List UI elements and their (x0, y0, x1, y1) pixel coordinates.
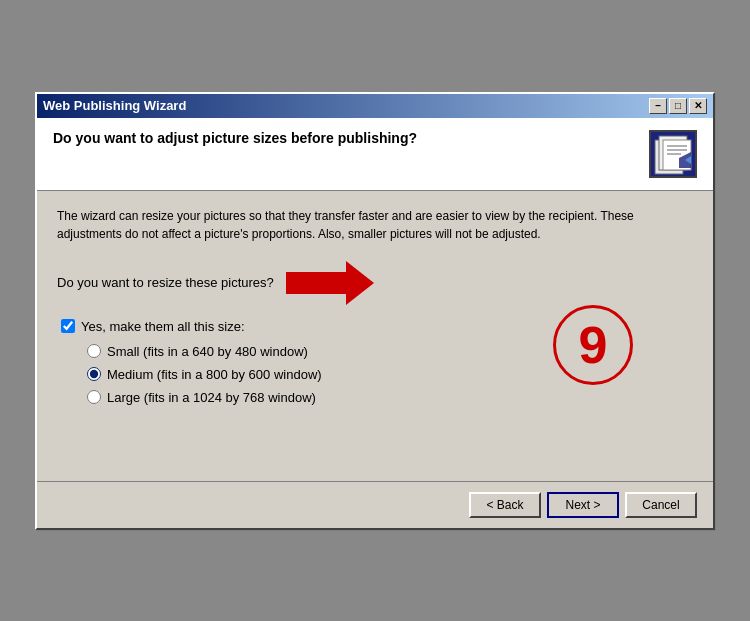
wizard-icon (651, 132, 695, 176)
body-wrapper: The wizard can resize your pictures so t… (37, 191, 713, 481)
cancel-button[interactable]: Cancel (625, 492, 697, 518)
title-bar-left: Web Publishing Wizard (43, 98, 186, 113)
wizard-window: Web Publishing Wizard – □ ✕ Do you want … (35, 92, 715, 530)
footer-section: < Back Next > Cancel (37, 481, 713, 528)
question-row: Do you want to resize these pictures? (57, 261, 693, 305)
size-large-label: Large (fits in a 1024 by 768 window) (107, 390, 316, 405)
body-section: The wizard can resize your pictures so t… (37, 191, 713, 481)
question-label: Do you want to resize these pictures? (57, 275, 274, 290)
step-number-circle: 9 (553, 305, 633, 385)
red-arrow (286, 261, 374, 305)
minimize-button[interactable]: – (649, 98, 667, 114)
resize-checkbox-label: Yes, make them all this size: (81, 319, 245, 334)
size-medium-label: Medium (fits in a 800 by 600 window) (107, 367, 322, 382)
step-spacer: 9 (57, 405, 693, 465)
header-icon (649, 130, 697, 178)
title-bar-controls: – □ ✕ (649, 98, 707, 114)
size-small-label: Small (fits in a 640 by 480 window) (107, 344, 308, 359)
resize-checkbox[interactable] (61, 319, 75, 333)
title-bar: Web Publishing Wizard – □ ✕ (37, 94, 713, 118)
size-medium-radio[interactable] (87, 367, 101, 381)
window-title: Web Publishing Wizard (43, 98, 186, 113)
step-number: 9 (579, 315, 608, 375)
close-button[interactable]: ✕ (689, 98, 707, 114)
content-area: Do you want to adjust picture sizes befo… (37, 118, 713, 528)
size-small-radio[interactable] (87, 344, 101, 358)
header-title: Do you want to adjust picture sizes befo… (53, 130, 417, 146)
maximize-button[interactable]: □ (669, 98, 687, 114)
arrow-body (286, 272, 346, 294)
size-large-radio[interactable] (87, 390, 101, 404)
arrow-head (346, 261, 374, 305)
back-button[interactable]: < Back (469, 492, 541, 518)
header-section: Do you want to adjust picture sizes befo… (37, 118, 713, 191)
description-text: The wizard can resize your pictures so t… (57, 207, 693, 243)
radio-row-large: Large (fits in a 1024 by 768 window) (87, 390, 693, 405)
next-button[interactable]: Next > (547, 492, 619, 518)
